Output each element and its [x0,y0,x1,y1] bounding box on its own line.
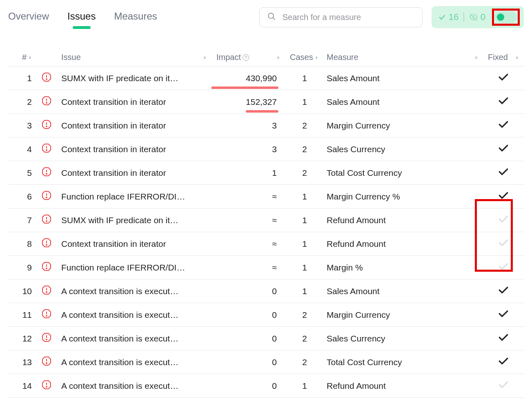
badge-hidden: 0 [469,12,485,22]
row-number: 3 [8,114,37,137]
table-row[interactable]: 4Context transition in iterator32Sales C… [8,137,524,161]
issue-name: Context transition in iterator [56,161,211,185]
tab-issues[interactable]: Issues [67,11,96,24]
impact-value: ≈ [211,185,285,208]
issue-name: Function replace IFERROR/DI… [56,185,211,208]
svg-point-7 [46,102,47,103]
measure-name: Refund Amount [322,232,483,256]
table-row[interactable]: 10A context transition is execut…01Sales… [8,279,524,303]
table-row[interactable]: 6Function replace IFERROR/DI…≈1Margin Cu… [8,185,524,208]
table-row[interactable]: 5Context transition in iterator12Total C… [8,161,524,185]
col-measure[interactable]: Measure▲▼ [322,49,483,66]
svg-point-34 [46,315,47,316]
fixed-check[interactable] [483,114,524,137]
issue-name: Context transition in iterator [56,90,211,114]
impact-value: 0 [211,327,285,350]
fixed-check[interactable] [483,66,524,90]
fixed-check[interactable] [483,327,524,350]
measure-name: Sales Currency [322,137,483,161]
svg-point-19 [46,197,47,198]
issue-name: Context transition in iterator [56,114,211,137]
table-row[interactable]: 9Function replace IFERROR/DI…≈1Margin % [8,256,524,279]
fixed-check[interactable] [483,208,524,232]
svg-point-25 [46,244,47,245]
impact-value: 0 [211,374,285,398]
svg-point-40 [46,363,47,364]
filter-badge: 16 0 [432,6,524,28]
cases-value: 1 [285,208,322,232]
table-row[interactable]: 3Context transition in iterator32Margin … [8,114,524,137]
error-icon [37,303,56,327]
fixed-check[interactable] [483,374,524,398]
fixed-check[interactable] [483,279,524,303]
issue-name: SUMX with IF predicate on it… [56,66,211,90]
cases-value: 2 [285,303,322,327]
svg-point-31 [46,292,47,293]
fixed-check[interactable] [483,161,524,185]
table-row[interactable]: 12A context transition is execut…02Sales… [8,327,524,350]
row-number: 9 [8,256,37,279]
row-number: 11 [8,303,37,327]
error-icon [37,161,56,185]
search-input[interactable] [282,12,415,22]
col-issue[interactable]: Issue▲▼ [56,49,211,66]
row-number: 8 [8,232,37,256]
error-icon [37,256,56,279]
table-row[interactable]: 8Context transition in iterator≈1Refund … [8,232,524,256]
issue-name: Context transition in iterator [56,137,211,161]
error-icon [37,114,56,137]
row-number: 10 [8,279,37,303]
issues-table: #▲▼ Issue▲▼ Impact?▲▼ Cases▲▼ Measure▲▼ … [8,49,524,398]
fixed-check[interactable] [483,303,524,327]
filter-toggle[interactable] [495,11,517,23]
cases-value: 1 [285,279,322,303]
impact-value: 152,327 [211,90,285,114]
measure-name: Margin % [322,256,483,279]
measure-name: Sales Amount [322,90,483,114]
table-row[interactable]: 1SUMX with IF predicate on it…430,9901Sa… [8,66,524,90]
cases-value: 1 [285,256,322,279]
cases-value: 2 [285,114,322,137]
measure-name: Refund Amount [322,374,483,398]
measure-name: Sales Amount [322,66,483,90]
cases-value: 1 [285,90,322,114]
help-icon[interactable]: ? [243,54,249,61]
impact-value: 0 [211,279,285,303]
fixed-check[interactable] [483,350,524,374]
tab-measures[interactable]: Measures [114,11,157,24]
fixed-check[interactable] [483,137,524,161]
impact-value: 1 [211,161,285,185]
table-row[interactable]: 14A context transition is execut…01Refun… [8,374,524,398]
tab-overview[interactable]: Overview [8,11,49,24]
error-icon [37,90,56,114]
eye-off-icon [469,13,478,22]
row-number: 13 [8,350,37,374]
row-number: 7 [8,208,37,232]
col-cases[interactable]: Cases▲▼ [285,49,322,66]
search-icon [267,12,276,23]
table-row[interactable]: 2Context transition in iterator152,3271S… [8,90,524,114]
svg-point-4 [46,79,47,80]
fixed-check[interactable] [483,256,524,279]
toggle-highlight-annotation [492,9,520,26]
fixed-check[interactable] [483,90,524,114]
table-row[interactable]: 7SUMX with IF predicate on it…≈1Refund A… [8,208,524,232]
impact-value: 0 [211,303,285,327]
svg-point-10 [46,126,47,127]
issue-name: SUMX with IF predicate on it… [56,208,211,232]
badge-checked-count: 16 [449,12,459,22]
fixed-check[interactable] [483,185,524,208]
table-row[interactable]: 11A context transition is execut…02Margi… [8,303,524,327]
col-fixed[interactable]: Fixed▲▼ [483,49,524,66]
badge-checked: 16 [438,12,459,22]
col-number[interactable]: #▲▼ [8,49,37,66]
fixed-check[interactable] [483,232,524,256]
col-impact[interactable]: Impact?▲▼ [211,49,285,66]
search-box[interactable] [259,7,423,27]
table-row[interactable]: 13A context transition is execut…02Total… [8,350,524,374]
row-number: 5 [8,161,37,185]
measure-name: Sales Amount [322,279,483,303]
issue-name: Context transition in iterator [56,232,211,256]
issue-name: A context transition is execut… [56,327,211,350]
measure-name: Margin Currency % [322,185,483,208]
